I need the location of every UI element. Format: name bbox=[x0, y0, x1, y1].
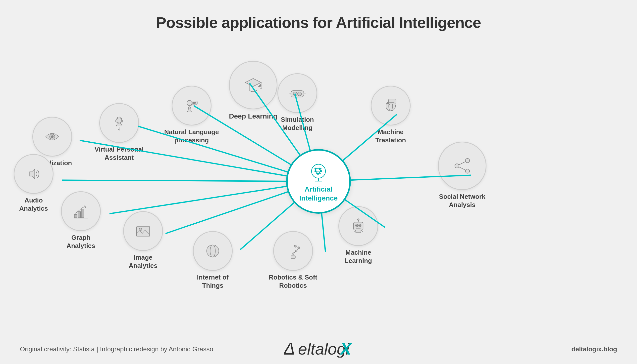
footer-logo: Δ eltalogi X bbox=[284, 338, 353, 360]
deltalogix-logo-svg: Δ eltalogi X bbox=[284, 338, 353, 358]
svg-text:X: X bbox=[340, 340, 352, 358]
page-title: Possible applications for Artificial Int… bbox=[0, 0, 637, 31]
svg-line-27 bbox=[318, 171, 321, 174]
center-label: ArtificialIntelligence bbox=[299, 185, 338, 203]
svg-line-26 bbox=[316, 171, 318, 174]
diagram-area: ArtificialIntelligence Deep Learning bbox=[0, 32, 637, 330]
svg-text:Δ: Δ bbox=[284, 339, 295, 358]
ai-brain-icon bbox=[306, 160, 331, 185]
footer-website: deltalogix.blog bbox=[572, 345, 617, 353]
center-ai-circle: ArtificialIntelligence bbox=[286, 149, 351, 214]
svg-line-4 bbox=[62, 180, 318, 182]
footer: Original creativity: Statista | Infograp… bbox=[0, 334, 637, 364]
svg-line-3 bbox=[80, 140, 318, 182]
footer-credit: Original creativity: Statista | Infograp… bbox=[20, 345, 213, 353]
